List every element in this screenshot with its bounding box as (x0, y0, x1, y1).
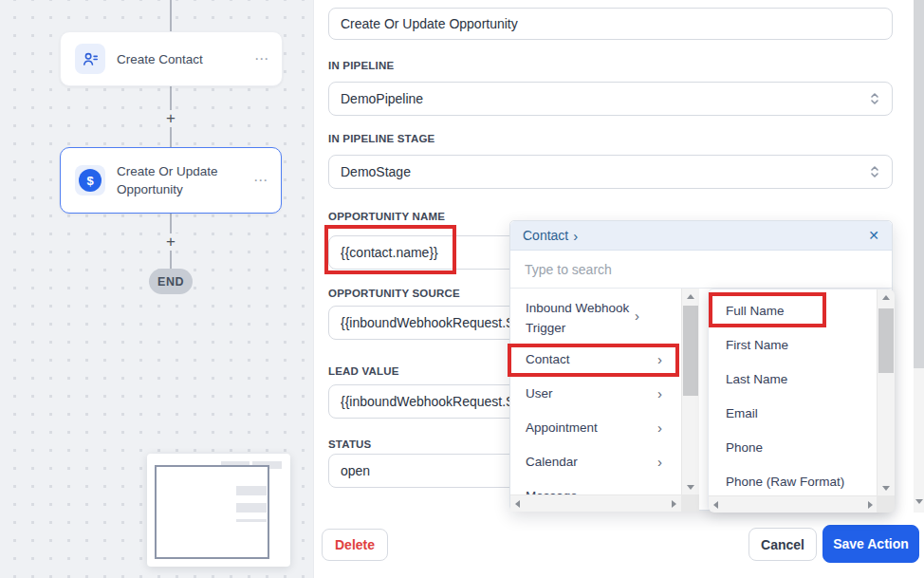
panel-scrollbar-thumb[interactable] (914, 0, 924, 368)
category-label: Contact (526, 352, 570, 366)
chevron-right-icon: › (657, 488, 662, 495)
field-item-full-name[interactable]: Full Name (709, 293, 878, 327)
pipeline-select-value: DemoPipeline (341, 91, 869, 106)
scrollbar-corner (877, 495, 895, 513)
delete-button[interactable]: Delete (322, 529, 388, 561)
minimap-bar (236, 519, 267, 522)
category-item-clipped[interactable]: Message › (510, 478, 681, 494)
field-label-pipeline: IN PIPELINE (328, 60, 394, 71)
stage-select-value: DemoStage (341, 164, 869, 179)
custom-value-picker-popup: Contact › ✕ Inbound Webhook Trigger › Co… (509, 220, 893, 511)
minimap-bar (236, 486, 267, 495)
connector-line (170, 0, 172, 31)
scroll-right-icon[interactable] (868, 501, 873, 509)
field-item-last-name[interactable]: Last Name (709, 362, 878, 396)
save-action-button[interactable]: Save Action (822, 525, 919, 563)
scroll-up-icon[interactable] (878, 289, 895, 305)
field-label-status: STATUS (328, 438, 372, 450)
value-picker-body: Inbound Webhook Trigger › Contact › User… (510, 289, 892, 512)
scroll-down-icon[interactable] (915, 499, 923, 504)
dollar-icon: $ (79, 169, 102, 192)
search-input[interactable] (523, 261, 879, 278)
value-picker-header: Contact › ✕ (510, 221, 892, 251)
chevron-right-icon: › (657, 385, 662, 401)
cancel-button[interactable]: Cancel (748, 528, 817, 561)
category-scrollbar[interactable] (681, 289, 699, 494)
end-badge: END (149, 269, 193, 294)
field-list: Full Name First Name Last Name Email Pho… (709, 289, 878, 495)
add-step-button[interactable]: + (162, 233, 179, 251)
panel-scrollbar[interactable] (914, 0, 924, 513)
field-scrollbar[interactable] (877, 289, 895, 495)
action-settings-panel: IN PIPELINE DemoPipeline IN PIPELINE STA… (313, 0, 924, 578)
scroll-down-icon[interactable] (682, 479, 699, 494)
stepper-icon (869, 91, 880, 106)
close-icon[interactable]: ✕ (868, 229, 879, 242)
field-item-phone[interactable]: Phone (709, 430, 878, 464)
add-step-button[interactable]: + (162, 110, 179, 127)
field-hscrollbar[interactable] (709, 495, 878, 513)
breadcrumb[interactable]: Contact (523, 228, 568, 243)
category-item-calendar[interactable]: Calendar › (510, 444, 681, 478)
category-label: Appointment (526, 420, 598, 435)
category-item-appointment[interactable]: Appointment › (510, 410, 681, 444)
field-item-phone-raw-format[interactable]: Phone (Raw Format) (709, 464, 878, 495)
node-more-menu[interactable]: ⋯ (253, 172, 268, 189)
contact-icon (75, 44, 105, 74)
node-create-or-update-opportunity[interactable]: $ Create Or Update Opportunity ⋯ (60, 147, 282, 214)
chevron-right-icon: › (635, 308, 639, 324)
field-item-first-name[interactable]: First Name (709, 327, 878, 362)
category-label: User (526, 386, 553, 401)
category-label: Inbound Webhook Trigger (526, 298, 641, 338)
category-list: Inbound Webhook Trigger › Contact › User… (510, 289, 681, 494)
scroll-right-icon[interactable] (672, 500, 676, 508)
workflow-canvas[interactable]: Create Contact ⋯ + $ Create Or Update Op… (0, 0, 313, 578)
workflow-builder-screen: Create Contact ⋯ + $ Create Or Update Op… (0, 0, 924, 578)
minimap[interactable] (147, 454, 290, 567)
category-label: Calendar (526, 455, 578, 469)
category-hscrollbar[interactable] (510, 494, 681, 512)
value-picker-search (510, 251, 892, 289)
category-item-user[interactable]: User › (510, 376, 681, 410)
stage-select[interactable]: DemoStage (328, 155, 893, 189)
field-label-stage: IN PIPELINE STAGE (328, 133, 434, 144)
pipeline-select[interactable]: DemoPipeline (328, 82, 893, 116)
field-item-email[interactable]: Email (709, 396, 878, 430)
category-item-inbound-webhook-trigger[interactable]: Inbound Webhook Trigger › (510, 294, 681, 342)
field-scrollbar-thumb[interactable] (878, 308, 894, 373)
scroll-left-icon[interactable] (515, 500, 520, 508)
action-name-input[interactable] (328, 8, 893, 40)
scroll-left-icon[interactable] (713, 501, 718, 509)
field-submenu: Full Name First Name Last Name Email Pho… (708, 289, 894, 512)
node-title: Create Or Update Opportunity (117, 162, 238, 198)
node-title: Create Contact (117, 50, 238, 68)
chevron-right-icon: › (657, 454, 662, 470)
field-label-lead-value: LEAD VALUE (328, 365, 399, 377)
scroll-up-icon[interactable] (682, 289, 699, 304)
category-scrollbar-thumb[interactable] (683, 306, 698, 396)
node-create-contact[interactable]: Create Contact ⋯ (60, 31, 283, 86)
scrollbar-corner (681, 494, 699, 512)
opportunity-icon: $ (75, 165, 105, 196)
category-item-contact[interactable]: Contact › (510, 342, 681, 376)
field-label-opportunity-source: OPPORTUNITY SOURCE (328, 288, 460, 299)
node-more-menu[interactable]: ⋯ (254, 50, 269, 67)
chevron-right-icon: › (657, 420, 662, 436)
chevron-right-icon: › (657, 351, 662, 367)
minimap-bar (236, 503, 267, 513)
stepper-icon (869, 164, 880, 179)
field-label-opportunity-name: OPPORTUNITY NAME (328, 211, 445, 222)
chevron-right-icon: › (573, 228, 578, 244)
scroll-down-icon[interactable] (878, 480, 895, 495)
